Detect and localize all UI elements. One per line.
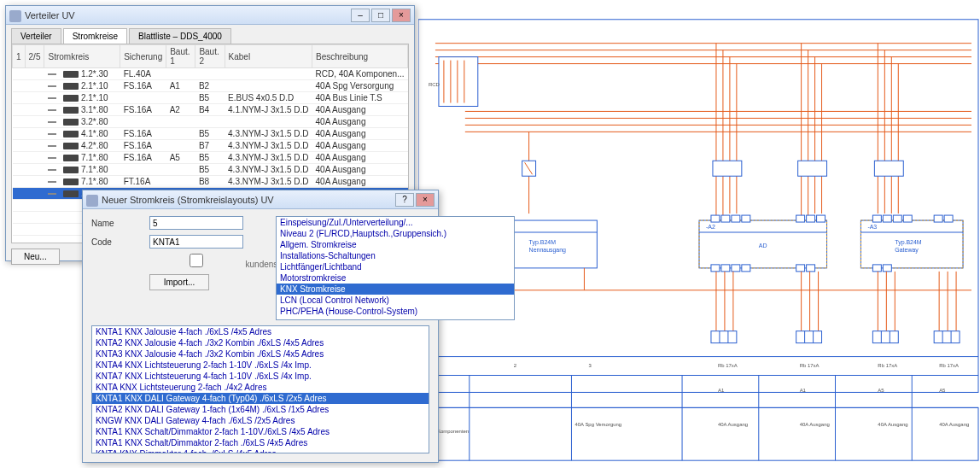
list-item[interactable]: KNTA KNX Dimmaktor 4-fach ./6xLS /4x5 Ad… — [92, 448, 429, 453]
cell: B5 — [195, 92, 225, 104]
cell — [25, 116, 44, 128]
cell — [25, 164, 44, 176]
table-row[interactable]: 2.1*.10B5E.BUS 4x0.5 D.D40A Bus Linie T.… — [13, 92, 408, 104]
cell — [13, 152, 26, 164]
cell: FL.40A — [120, 68, 166, 80]
column-header[interactable]: Stromkreis — [44, 45, 120, 68]
table-row[interactable]: 7.1*.80FT.16AB84.3.NYM-J 3x1.5 D.D40A Au… — [13, 176, 408, 188]
table-row[interactable]: 3.2*.8040A Ausgang — [13, 116, 408, 128]
titlebar[interactable]: Neuer Stromkreis (Stromkreislayouts) UV … — [83, 190, 438, 209]
circuit-icon — [63, 143, 79, 149]
table-row[interactable]: 3.1*.80FS.16AA2B44.1.NYM-J 3x1.5 D.D40A … — [13, 104, 408, 116]
cell — [225, 68, 312, 80]
svg-rect-82 — [934, 215, 942, 222]
cell: 40A Ausgang — [312, 164, 408, 176]
svg-rect-42 — [874, 161, 903, 176]
list-item[interactable]: KNTA1 KNX Schalt/Dimmaktor 2-fach 1-10V.… — [92, 426, 429, 437]
svg-text:-A3: -A3 — [867, 224, 877, 230]
svg-rect-63 — [817, 215, 825, 222]
tab-verteiler[interactable]: Verteiler — [11, 28, 61, 44]
list-item[interactable]: KNTA2 KNX DALI Gateway 1-fach (1x64M) ./… — [92, 404, 429, 415]
circuit-icon — [63, 131, 79, 137]
custom-layouts-checkbox[interactable] — [149, 254, 243, 267]
svg-rect-106 — [934, 331, 960, 343]
column-header[interactable]: Baut. 1 — [166, 45, 195, 68]
list-item[interactable]: Motorstromkreise — [277, 272, 514, 284]
cell: 4.3.NYM-J 3x1.5 D.D — [225, 152, 312, 164]
cell: A5 — [166, 152, 195, 164]
cell — [25, 176, 44, 188]
list-item[interactable]: KNTA KNX Lichtsteuerung 2-fach ./4x2 Adr… — [92, 382, 429, 393]
list-item[interactable]: KNTA2 KNX Jalousie 4-fach ./3x2 Kombin .… — [92, 337, 429, 348]
cell — [166, 140, 195, 152]
column-header[interactable]: 1 — [13, 45, 26, 68]
list-item[interactable]: KNTA1 KNX Jalousie 4-fach ./6xLS /4x5 Ad… — [92, 326, 429, 337]
cell — [25, 68, 44, 80]
list-item[interactable]: LCN (Local Control Network) — [277, 295, 514, 306]
cell: 4.3.NYM-J 3x1.5 D.D — [225, 140, 312, 152]
layouts-listbox[interactable]: KNTA1 KNX Jalousie 4-fach ./6xLS /4x5 Ad… — [91, 325, 429, 453]
code-label: Code — [91, 237, 143, 247]
window-title: Neuer Stromkreis (Stromkreislayouts) UV — [86, 195, 395, 205]
list-item[interactable]: KNTA7 KNX Lichtsteuerung 4-fach 1-10V ./… — [92, 371, 429, 382]
cell: E.BUS 4x0.5 D.D — [225, 92, 312, 104]
list-item[interactable]: Installations-Schaltungen — [277, 250, 514, 261]
svg-rect-65 — [721, 265, 730, 272]
table-row[interactable]: 7.1*.80FS.16AA5B54.3.NYM-J 3x1.5 D.D40A … — [13, 152, 408, 164]
column-header[interactable]: Sicherung — [120, 45, 166, 68]
list-item[interactable]: KNTA1 KNX Schalt/Dimmaktor 2-fach ./6xLS… — [92, 437, 429, 448]
table-row[interactable]: 1.2*.30FL.40ARCD, 40A Komponen... — [13, 68, 408, 80]
code-field[interactable] — [149, 235, 243, 249]
list-item[interactable]: Allgem. Stromkreise — [277, 239, 514, 250]
tab-blattliste-dds-[interactable]: Blattliste – DDS_4000 — [129, 28, 231, 44]
cell: 7.1*.80 — [44, 164, 120, 176]
import-button[interactable]: Import... — [149, 274, 209, 290]
list-item[interactable]: KNX Stromkreise — [277, 284, 514, 295]
list-item[interactable]: Einspeisung/Zul./Unterverteilung/... — [277, 217, 514, 228]
help-button[interactable]: ? — [395, 193, 414, 207]
new-button[interactable]: Neu... — [11, 249, 60, 265]
svg-text:A1: A1 — [800, 388, 807, 393]
table-row[interactable]: 7.1*.80B54.3.NYM-J 3x1.5 D.D40A Ausgang — [13, 164, 408, 176]
maximize-button[interactable]: □ — [371, 9, 390, 22]
list-item[interactable]: KNTA4 KNX Lichtsteuerung 2-fach 1-10V ./… — [92, 360, 429, 371]
column-header[interactable]: Kabel — [225, 45, 312, 68]
circuit-icon — [63, 107, 79, 114]
cell — [25, 152, 44, 164]
list-item[interactable]: KNTA1 KNX DALI Gateway 4-fach (Typ04) ./… — [92, 393, 429, 404]
titlebar[interactable]: Verteiler UV – □ × — [6, 6, 414, 25]
tab-stromkreise[interactable]: Stromkreise — [63, 28, 127, 44]
table-row[interactable]: 2.1*.10FS.16AA1B240A Spg Versorgung — [13, 80, 408, 92]
cell: 40A Ausgang — [312, 140, 408, 152]
column-header[interactable]: Baut. 2 — [195, 45, 225, 68]
category-listbox[interactable]: Einspeisung/Zul./Unterverteilung/...Nive… — [276, 216, 515, 320]
list-item[interactable]: KNGW KNX DALI Gateway 4-fach ./6xLS /2x5… — [92, 415, 429, 426]
list-item[interactable]: KNTA3 KNX Jalousie 4-fach ./3x2 Kombin .… — [92, 348, 429, 360]
list-item[interactable]: Niveau 2 (FL/RCD,Hauptsch.,Gruppensich.) — [277, 228, 514, 239]
table-row[interactable]: 4.1*.80FS.16AB54.3.NYM-J 3x1.5 D.D40A Au… — [13, 128, 408, 140]
cell — [13, 128, 26, 140]
list-item[interactable]: PHC/PEHA (House-Control-System) — [277, 306, 514, 317]
cell — [13, 176, 26, 188]
table-row[interactable]: 4.2*.80FS.16AB74.3.NYM-J 3x1.5 D.D40A Au… — [13, 140, 408, 152]
close-button[interactable]: × — [416, 193, 435, 207]
cell — [13, 80, 26, 92]
column-header[interactable]: 2/5 — [25, 45, 44, 68]
cell: 7.1*.80 — [44, 176, 120, 188]
cell — [13, 104, 26, 116]
svg-rect-10 — [418, 407, 978, 460]
cell: 2.1*.10 — [44, 80, 120, 92]
cell: A1 — [166, 80, 195, 92]
column-header[interactable]: Beschreibung — [312, 45, 408, 68]
name-field[interactable] — [149, 216, 243, 230]
list-item[interactable]: Lichtfänger/Lichtband — [277, 261, 514, 272]
svg-rect-59 — [732, 215, 740, 222]
close-button[interactable]: × — [392, 9, 411, 22]
svg-rect-97 — [711, 331, 737, 343]
cell: 7.1*.80 — [44, 152, 120, 164]
minimize-button[interactable]: – — [351, 9, 370, 22]
circuit-icon — [63, 83, 79, 90]
cell — [25, 140, 44, 152]
cell — [25, 128, 44, 140]
svg-rect-83 — [944, 215, 953, 222]
